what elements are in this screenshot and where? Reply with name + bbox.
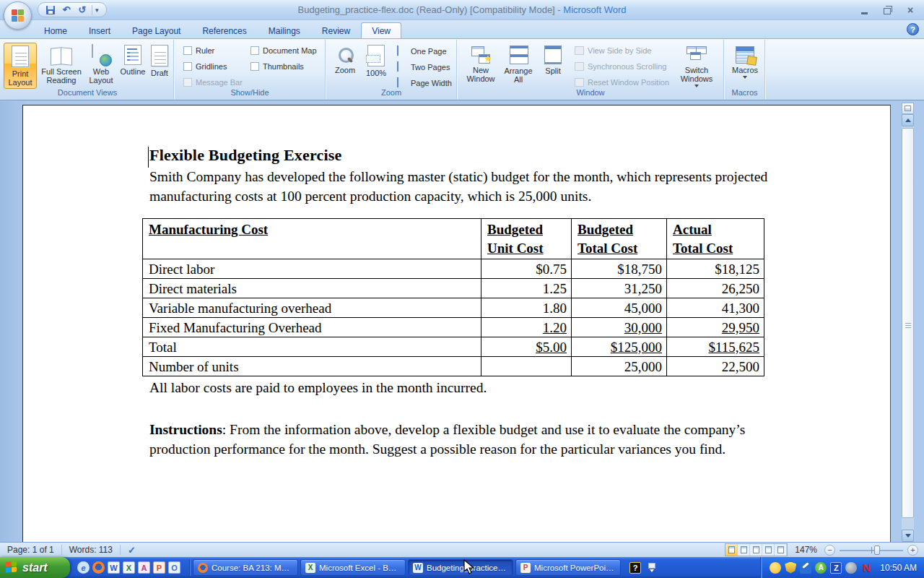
scroll-up-button[interactable] bbox=[902, 114, 914, 126]
header-budgeted-unit-cost: BudgetedUnit Cost bbox=[481, 219, 572, 259]
smiley-tray-icon[interactable] bbox=[770, 562, 781, 574]
ruler-checkbox[interactable]: Ruler bbox=[183, 46, 214, 55]
access-icon[interactable]: A bbox=[138, 561, 150, 574]
antivirus-tray-icon[interactable]: A bbox=[815, 562, 827, 574]
message-bar-checkbox-icon bbox=[183, 78, 192, 87]
z-app-tray-icon[interactable]: Z bbox=[830, 562, 842, 574]
excel-icon[interactable]: X bbox=[123, 561, 135, 574]
taskbar-clock[interactable]: 10:50 AM bbox=[876, 563, 917, 573]
web-layout-icon bbox=[92, 45, 110, 65]
zoom-button[interactable]: Zoom bbox=[331, 43, 359, 89]
close-button[interactable]: × bbox=[904, 5, 917, 14]
table-row: Variable manufacturing overhead 1.80 45,… bbox=[143, 298, 764, 318]
statusbar-outline-button[interactable] bbox=[762, 544, 775, 556]
help-button[interactable]: ? bbox=[907, 23, 919, 35]
task-powerpoint[interactable]: P Microsoft PowerPoint ... bbox=[515, 559, 621, 576]
scrollbar-track[interactable] bbox=[902, 126, 914, 530]
scrollbar-thumb[interactable] bbox=[902, 128, 914, 518]
taskbar: start e W X A P O Course: BA 213: Man...… bbox=[0, 557, 924, 578]
zoom-slider-thumb[interactable] bbox=[874, 545, 880, 555]
tab-home[interactable]: Home bbox=[33, 22, 78, 38]
view-ruler-toggle-button[interactable] bbox=[902, 103, 914, 114]
split-button[interactable]: Split bbox=[539, 43, 567, 89]
synchronous-scrolling-button: Synchronous Scrolling bbox=[575, 62, 666, 71]
tab-insert[interactable]: Insert bbox=[78, 22, 121, 38]
system-tray: A Z N 10:50 AM bbox=[760, 557, 924, 578]
switch-windows-button[interactable]: Switch Windows bbox=[674, 43, 719, 89]
zoom-out-button[interactable]: − bbox=[824, 545, 835, 556]
audio-tray-icon[interactable] bbox=[845, 562, 857, 574]
view-side-by-side-icon bbox=[575, 46, 584, 55]
page-width-button[interactable]: Page Width bbox=[397, 78, 452, 87]
table-header-row: Manufacturing Cost BudgetedUnit Cost Bud… bbox=[143, 219, 764, 259]
word-count[interactable]: Words: 113 bbox=[62, 545, 120, 555]
draft-icon bbox=[151, 45, 168, 66]
group-zoom: Zoom 100% One Page Two Pages Page Width … bbox=[326, 40, 457, 99]
group-window: New Window Arrange All Split View Side b… bbox=[458, 40, 724, 99]
page-indicator[interactable]: Page: 1 of 1 bbox=[0, 545, 61, 555]
budget-table: Manufacturing Cost BudgetedUnit Cost Bud… bbox=[142, 218, 764, 376]
powerpoint-task-icon: P bbox=[520, 563, 531, 573]
minimize-button[interactable] bbox=[858, 5, 871, 14]
outlook-icon[interactable]: O bbox=[168, 561, 180, 574]
statusbar-draft-button[interactable] bbox=[775, 544, 787, 556]
tools-tray-icon[interactable] bbox=[800, 562, 811, 574]
tab-references[interactable]: References bbox=[191, 22, 257, 38]
draft-label: Draft bbox=[151, 69, 168, 77]
internet-explorer-icon[interactable]: e bbox=[77, 561, 90, 574]
new-window-button[interactable]: New Window bbox=[463, 43, 498, 89]
statusbar-print-layout-button[interactable] bbox=[725, 544, 738, 556]
shield-tray-icon[interactable] bbox=[785, 562, 796, 574]
powerpoint-icon[interactable]: P bbox=[153, 561, 165, 574]
tab-mailings[interactable]: Mailings bbox=[258, 22, 311, 38]
scroll-down-button[interactable] bbox=[902, 530, 914, 542]
word-icon[interactable]: W bbox=[108, 561, 120, 574]
office-button[interactable] bbox=[4, 1, 32, 30]
web-layout-button[interactable]: Web Layout bbox=[85, 43, 117, 89]
restore-button[interactable] bbox=[881, 5, 894, 14]
split-icon bbox=[544, 46, 562, 64]
ruler-checkbox-icon bbox=[183, 46, 192, 55]
gridlines-checkbox-icon bbox=[183, 62, 192, 71]
draft-button[interactable]: Draft bbox=[146, 43, 173, 89]
gridlines-checkbox[interactable]: Gridlines bbox=[183, 62, 227, 71]
outline-button[interactable]: Outline bbox=[117, 43, 149, 89]
firefox-icon[interactable] bbox=[92, 561, 105, 574]
task-firefox-course[interactable]: Course: BA 213: Man... bbox=[193, 559, 298, 576]
statusbar-web-layout-button[interactable] bbox=[750, 544, 762, 556]
one-page-button[interactable]: One Page bbox=[397, 46, 447, 56]
tab-view[interactable]: View bbox=[361, 22, 401, 38]
thumbnails-checkbox[interactable]: Thumbnails bbox=[250, 62, 304, 71]
proofing-status-icon[interactable]: ✓ bbox=[121, 545, 143, 556]
print-layout-button[interactable]: Print Layout bbox=[4, 43, 37, 89]
document-page[interactable]: Flexible Budgeting Exercise Smith Compan… bbox=[22, 105, 891, 542]
statusbar-full-screen-button[interactable] bbox=[738, 544, 750, 556]
arrange-all-button[interactable]: Arrange All bbox=[500, 43, 537, 89]
hidden-window-icon bbox=[648, 563, 655, 569]
tab-review[interactable]: Review bbox=[311, 22, 361, 38]
macros-button[interactable]: Macros bbox=[728, 43, 762, 89]
zoom-slider[interactable] bbox=[840, 545, 903, 556]
print-layout-icon bbox=[12, 46, 29, 67]
switch-windows-dropdown-icon bbox=[694, 85, 699, 87]
netsupport-tray-icon[interactable]: N bbox=[860, 562, 872, 574]
hidden-icons-button[interactable] bbox=[648, 563, 655, 572]
zoom-100-button[interactable]: 100% bbox=[361, 43, 391, 89]
ribbon-tab-strip: Home Insert Page Layout References Maili… bbox=[0, 20, 924, 38]
task-word-budgeting-active[interactable]: W Budgeting_practice-fl... bbox=[408, 559, 513, 576]
document-area: Flexible Budgeting Exercise Smith Compan… bbox=[0, 101, 924, 542]
tab-page-layout[interactable]: Page Layout bbox=[121, 22, 191, 38]
full-screen-reading-button[interactable]: Full Screen Reading bbox=[39, 43, 84, 89]
zoom-100-label: 100% bbox=[366, 69, 386, 77]
document-map-checkbox[interactable]: Document Map bbox=[250, 46, 317, 55]
table-row: Number of units 25,000 22,500 bbox=[143, 357, 764, 376]
zoom-in-button[interactable]: + bbox=[907, 545, 918, 556]
start-button[interactable]: start bbox=[0, 557, 70, 578]
two-pages-button[interactable]: Two Pages bbox=[397, 62, 450, 72]
outline-label: Outline bbox=[121, 67, 146, 76]
help-tray-icon[interactable]: ? bbox=[629, 562, 641, 574]
print-layout-label: Print Layout bbox=[4, 69, 36, 87]
zoom-level[interactable]: 147% bbox=[792, 545, 820, 555]
task-excel-budget[interactable]: X Microsoft Excel - Bud... bbox=[300, 559, 406, 576]
group-label-window: Window bbox=[458, 88, 723, 98]
